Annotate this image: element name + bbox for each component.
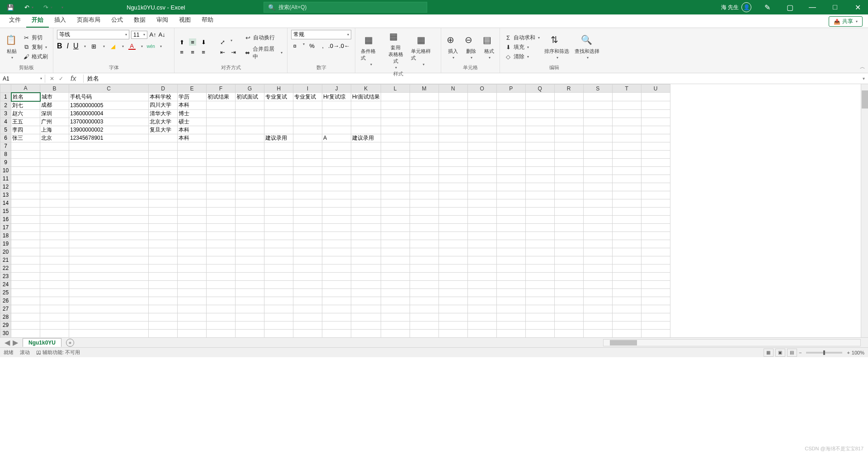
cell-T18[interactable]: [612, 232, 641, 240]
cell-N1[interactable]: [439, 93, 467, 101]
cell-B4[interactable]: 广州: [40, 118, 69, 126]
row-header-5[interactable]: 5: [0, 126, 11, 134]
cell-L22[interactable]: [381, 264, 410, 272]
cell-U4[interactable]: [641, 118, 670, 126]
cell-G14[interactable]: [236, 199, 264, 207]
cell-O17[interactable]: [467, 223, 496, 232]
cell-E23[interactable]: [178, 272, 207, 280]
cell-C19[interactable]: [69, 240, 149, 248]
cell-L14[interactable]: [381, 199, 410, 207]
cell-C9[interactable]: [69, 158, 149, 166]
cell-T23[interactable]: [612, 272, 641, 280]
cell-styles-button[interactable]: ▦单元格样式▾: [409, 33, 437, 67]
cell-P27[interactable]: [496, 305, 525, 313]
cell-R13[interactable]: [554, 191, 583, 199]
undo-button[interactable]: ↶▾: [21, 2, 35, 12]
cell-N27[interactable]: [439, 305, 467, 313]
col-header-K[interactable]: K: [351, 85, 381, 93]
cell-A18[interactable]: [11, 232, 40, 240]
cell-A15[interactable]: [11, 207, 40, 215]
cell-D26[interactable]: [149, 297, 178, 305]
cell-G17[interactable]: [236, 223, 264, 232]
cell-B21[interactable]: [40, 256, 69, 264]
cell-R27[interactable]: [554, 305, 583, 313]
cell-P7[interactable]: [496, 142, 525, 150]
cell-L26[interactable]: [381, 297, 410, 305]
cell-O18[interactable]: [467, 232, 496, 240]
cell-J13[interactable]: [322, 191, 351, 199]
cell-A22[interactable]: [11, 264, 40, 272]
row-header-2[interactable]: 2: [0, 101, 11, 110]
expand-formula-button[interactable]: ▾: [859, 76, 868, 81]
cell-A11[interactable]: [11, 175, 40, 183]
cell-M14[interactable]: [410, 199, 439, 207]
fill-button[interactable]: ⬇填充▾: [504, 43, 541, 52]
cell-R15[interactable]: [554, 207, 583, 215]
cell-E21[interactable]: [178, 256, 207, 264]
cell-N18[interactable]: [439, 232, 467, 240]
row-header-18[interactable]: 18: [0, 232, 11, 240]
cell-S4[interactable]: [583, 118, 612, 126]
cell-C20[interactable]: [69, 248, 149, 256]
cell-M27[interactable]: [410, 305, 439, 313]
cell-G28[interactable]: [236, 313, 264, 321]
cell-J26[interactable]: [322, 297, 351, 305]
zoom-out-button[interactable]: −: [799, 350, 802, 355]
row-header-21[interactable]: 21: [0, 256, 11, 264]
cell-P29[interactable]: [496, 321, 525, 329]
cell-P26[interactable]: [496, 297, 525, 305]
cell-M28[interactable]: [410, 313, 439, 321]
cell-B7[interactable]: [40, 142, 69, 150]
cell-N24[interactable]: [439, 280, 467, 288]
cell-C4[interactable]: 13700000003: [69, 118, 149, 126]
cell-L10[interactable]: [381, 166, 410, 175]
cell-N14[interactable]: [439, 199, 467, 207]
cell-C18[interactable]: [69, 232, 149, 240]
col-header-L[interactable]: L: [381, 85, 410, 93]
col-header-D[interactable]: D: [149, 85, 178, 93]
cell-Q14[interactable]: [525, 199, 554, 207]
cell-K19[interactable]: [351, 240, 381, 248]
cell-H4[interactable]: [264, 118, 293, 126]
merge-center-button[interactable]: ⬌合并后居中▾: [243, 45, 283, 61]
cell-L27[interactable]: [381, 305, 410, 313]
cell-R14[interactable]: [554, 199, 583, 207]
menu-tab-文件[interactable]: 文件: [4, 13, 26, 28]
spreadsheet-grid[interactable]: ABCDEFGHIJKLMNOPQRSTU1姓名城市手机号码本科学校学历初试结果…: [0, 84, 868, 337]
cell-J9[interactable]: [322, 158, 351, 166]
cell-I28[interactable]: [293, 313, 322, 321]
cell-D28[interactable]: [149, 313, 178, 321]
cell-B28[interactable]: [40, 313, 69, 321]
cell-E12[interactable]: [178, 183, 207, 191]
cell-P5[interactable]: [496, 126, 525, 134]
cell-G16[interactable]: [236, 215, 264, 223]
cell-G4[interactable]: [236, 118, 264, 126]
cell-U29[interactable]: [641, 321, 670, 329]
cell-F3[interactable]: [207, 109, 236, 118]
cell-G1[interactable]: 初试面试: [236, 93, 264, 101]
share-button[interactable]: 📤共享▾: [829, 16, 863, 27]
horizontal-scrollbar[interactable]: [603, 339, 861, 346]
menu-tab-审阅[interactable]: 审阅: [151, 13, 174, 28]
cell-O10[interactable]: [467, 166, 496, 175]
cell-H28[interactable]: [264, 313, 293, 321]
cell-T30[interactable]: [612, 329, 641, 337]
cell-A2[interactable]: 刘七: [11, 101, 40, 110]
cell-I14[interactable]: [293, 199, 322, 207]
cell-G7[interactable]: [236, 142, 264, 150]
zoom-slider[interactable]: [806, 352, 842, 354]
find-select-button[interactable]: 🔍查找和选择▾: [573, 33, 601, 61]
cell-D19[interactable]: [149, 240, 178, 248]
cell-M1[interactable]: [410, 93, 439, 101]
cell-T14[interactable]: [612, 199, 641, 207]
cell-U15[interactable]: [641, 207, 670, 215]
cell-L13[interactable]: [381, 191, 410, 199]
wrap-text-button[interactable]: ↩自动换行: [243, 33, 283, 42]
cell-S28[interactable]: [583, 313, 612, 321]
cell-P9[interactable]: [496, 158, 525, 166]
cell-I6[interactable]: [293, 134, 322, 142]
user-account[interactable]: 海 先生 👤: [721, 2, 751, 12]
cell-Q29[interactable]: [525, 321, 554, 329]
cell-I5[interactable]: [293, 126, 322, 134]
clear-button[interactable]: ◇清除▾: [504, 52, 541, 61]
